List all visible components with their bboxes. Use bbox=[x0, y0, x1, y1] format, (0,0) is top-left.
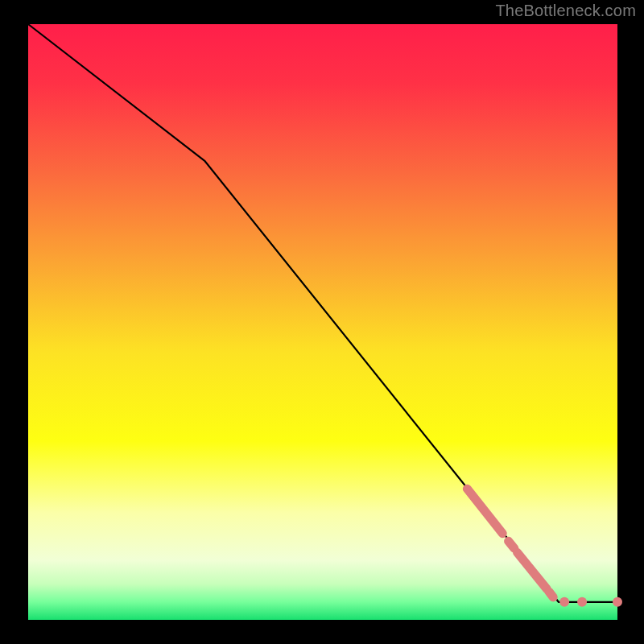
marker-dot bbox=[613, 597, 622, 607]
bottleneck-chart bbox=[0, 0, 644, 644]
chart-frame: TheBottleneck.com bbox=[0, 0, 644, 644]
marker-segment bbox=[509, 541, 514, 548]
marker-dot bbox=[577, 597, 587, 607]
plot-background bbox=[28, 24, 617, 620]
marker-segment bbox=[549, 592, 553, 597]
marker-dot bbox=[559, 597, 569, 607]
